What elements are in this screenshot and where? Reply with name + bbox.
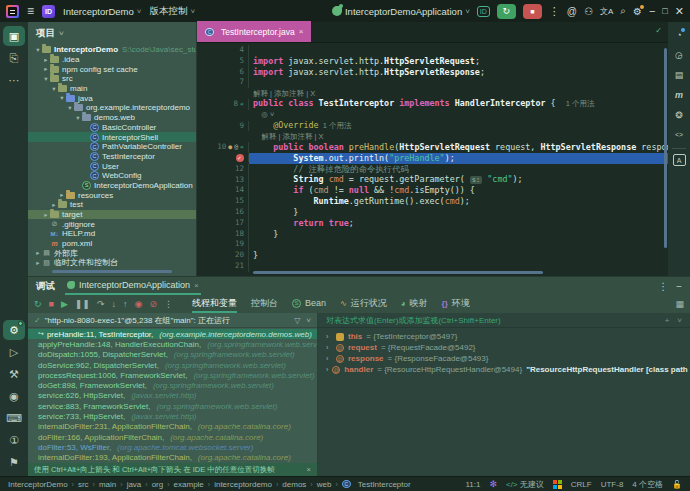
stack-frame[interactable]: internalDoFilter:193, ApplicationFilterC… xyxy=(28,453,317,463)
more-actions-icon[interactable]: ⋮ xyxy=(164,299,173,309)
code-line-12[interactable]: 12 // 注释掉危险的命令执行代码 xyxy=(197,164,668,175)
notifications-icon[interactable]: ◔ xyxy=(670,26,688,43)
tree-item-help-md[interactable]: M↓HELP.md xyxy=(28,229,196,239)
code-line-inlay[interactable]: 解释 | 添加注释 | X xyxy=(197,131,668,142)
chevron-down-icon[interactable]: ˅ xyxy=(306,316,311,325)
chevron-down-icon[interactable]: ˅ xyxy=(677,316,682,325)
variable-row[interactable]: ›@handler= {ResourceHttpRequestHandler@5… xyxy=(318,364,690,375)
rerun-button[interactable]: ↻ xyxy=(497,4,516,19)
debug-tab-环境[interactable]: {}环境 xyxy=(442,295,470,313)
implements-gutter-icon[interactable]: « xyxy=(240,99,244,110)
tree-chevron-icon[interactable]: ▾ xyxy=(66,104,74,112)
code-with-me-icon[interactable]: ⚇ xyxy=(584,6,593,17)
translate-panel-icon[interactable]: A xyxy=(673,154,686,166)
tree-item-resources[interactable]: ▸resources xyxy=(28,190,196,200)
tree-item-target[interactable]: ▸target xyxy=(28,210,196,220)
implements-gutter-icon[interactable]: « xyxy=(240,142,244,153)
rerun-icon[interactable]: ↻ xyxy=(34,299,42,309)
code-line-17[interactable]: 17 return true; xyxy=(197,218,668,229)
close-hint-icon[interactable]: × xyxy=(307,465,311,474)
stop-button[interactable]: ■ xyxy=(523,4,542,19)
endpoints-icon[interactable]: <> xyxy=(670,126,688,143)
code-line-16[interactable]: 16 } xyxy=(197,207,668,218)
tree-chevron-icon[interactable]: ▸ xyxy=(42,65,50,73)
step-into-icon[interactable]: ↓ xyxy=(112,299,117,309)
stop-icon[interactable]: ■ xyxy=(49,299,54,309)
vcs-widget[interactable]: 版本控制˅ xyxy=(149,5,195,18)
project-tool-icon[interactable]: ▣ xyxy=(3,26,25,46)
resume-icon[interactable]: ▶ xyxy=(61,299,68,309)
stack-frame[interactable]: service:883, FrameworkServlet,(org.sprin… xyxy=(28,401,317,411)
minimize-icon[interactable]: − xyxy=(649,5,655,17)
editor-horizontal-scrollbar[interactable] xyxy=(253,271,543,274)
stack-frame[interactable]: applyPreHandle:148, HandlerExecutionChai… xyxy=(28,339,317,349)
translate-icon[interactable]: 文A xyxy=(600,6,613,17)
stack-frame[interactable]: processRequest:1006, FrameworkServlet,(o… xyxy=(28,370,317,380)
tree-item-user[interactable]: CUser xyxy=(28,161,196,171)
encoding-indicator[interactable]: UTF-8 xyxy=(601,480,624,489)
project-widget[interactable]: InterceptorDemo˅ xyxy=(63,6,141,17)
project-badge[interactable]: ID xyxy=(42,5,55,18)
chevron-right-icon[interactable]: › xyxy=(326,355,332,362)
tree-chevron-icon[interactable]: ▸ xyxy=(34,259,42,267)
code-line-inlay[interactable]: ◎ ˅ xyxy=(197,110,668,121)
stack-frame[interactable]: internalDoFilter:231, ApplicationFilterC… xyxy=(28,422,317,432)
run-tool-icon[interactable]: ▷ xyxy=(3,342,25,362)
pause-icon[interactable]: ❚❚ xyxy=(75,299,90,309)
code-line-13[interactable]: 13 String cmd = request.getParameter( s:… xyxy=(197,175,668,186)
tree-chevron-icon[interactable]: ▸ xyxy=(58,191,66,199)
tree-item-interceptorshell[interactable]: CInterceptorShell xyxy=(28,132,196,142)
panel-options-icon[interactable]: ⋮ xyxy=(658,281,668,292)
windows-defender-icon[interactable] xyxy=(553,480,562,489)
stack-frame[interactable]: doFilter:53, WsFilter,(org.apache.tomcat… xyxy=(28,442,317,452)
tree-chevron-icon[interactable]: ▾ xyxy=(74,114,82,122)
code-line-7[interactable]: 7 xyxy=(197,77,668,88)
debug-mode-icon[interactable]: ID xyxy=(477,6,490,17)
tree-item-main[interactable]: ▾main xyxy=(28,84,196,94)
lock-icon[interactable]: 🔓 xyxy=(672,480,682,489)
code-line-19[interactable]: 19 xyxy=(197,239,668,250)
tree-chevron-icon[interactable]: ▾ xyxy=(34,46,42,54)
view-breakpoints-icon[interactable]: ◉ xyxy=(135,299,143,309)
step-out-icon[interactable]: ↑ xyxy=(123,299,128,309)
tree-chevron-icon[interactable]: ▾ xyxy=(42,75,50,83)
override-gutter-icon[interactable]: ● xyxy=(228,142,232,153)
code-line-8[interactable]: 8«public class TestInterceptor implement… xyxy=(197,99,668,110)
code-line-14[interactable]: 14 if (cmd != null && !cmd.isEmpty()) { xyxy=(197,185,668,196)
code-line-inlay[interactable]: 解释 | 添加注释 | X xyxy=(197,88,668,99)
tree-horizontal-scrollbar[interactable] xyxy=(52,270,172,273)
variable-row[interactable]: ›@response= {ResponseFacade@5493} xyxy=(318,353,690,364)
at-icon[interactable]: @ xyxy=(567,6,577,17)
tree-item-basiccontroller[interactable]: CBasicController xyxy=(28,123,196,133)
debug-tab-线程和变量[interactable]: 线程和变量 xyxy=(192,295,237,313)
tree-item-java[interactable]: ▾java xyxy=(28,93,196,103)
chevron-right-icon[interactable]: › xyxy=(326,366,328,373)
debug-tab-映射[interactable]: ◕映射 xyxy=(401,295,428,313)
tree-item-testinterceptor[interactable]: CTestInterceptor xyxy=(28,152,196,162)
add-watch-icon[interactable]: + xyxy=(665,316,670,325)
tree-item-interceptordemoapplication[interactable]: SInterceptorDemoApplication xyxy=(28,181,196,191)
close-tab-icon[interactable]: × xyxy=(299,27,304,36)
code-line-6[interactable]: 6import javax.servlet.http.HttpServletRe… xyxy=(197,67,668,78)
variable-row[interactable]: ›@request= {RequestFacade@5492} xyxy=(318,342,690,353)
commit-tool-icon[interactable]: ⎘ xyxy=(3,48,25,68)
tree-item-pathvariablecontroller[interactable]: CPathVariableController xyxy=(28,142,196,152)
annotation-gutter-icon[interactable]: @ xyxy=(234,142,238,153)
stack-frame[interactable]: doService:962, DispatcherServlet,(org.sp… xyxy=(28,360,317,370)
evaluate-expression-input[interactable]: 对表达式求值(Enter)或添加监视(Ctrl+Shift+Enter) + ˅ xyxy=(318,313,690,328)
debug-tab-运行状况[interactable]: ∿运行状况 xyxy=(340,295,387,313)
debug-tab-Bean[interactable]: SBean xyxy=(292,295,326,313)
code-line-9[interactable]: 9 @Override 1 个用法 xyxy=(197,121,668,132)
code-area[interactable]: 45import javax.servlet.http.HttpServletR… xyxy=(197,43,668,276)
chevron-right-icon[interactable]: › xyxy=(326,333,332,340)
code-line-20[interactable]: 20} xyxy=(197,250,668,261)
debug-session-tab[interactable]: InterceptorDemoApplication × xyxy=(65,277,201,295)
breakpoint-icon[interactable] xyxy=(236,154,244,162)
more-run-options-icon[interactable]: ⋮ xyxy=(549,5,560,18)
code-suggestion-status[interactable]: </> 无建议 xyxy=(506,479,544,490)
ai-assistant-icon[interactable]: ◶ xyxy=(670,46,688,63)
stack-frame[interactable]: service:733, HttpServlet,(javax.servlet.… xyxy=(28,411,317,421)
problems-tool-icon[interactable]: ① xyxy=(3,430,25,450)
tree-chevron-icon[interactable]: ▾ xyxy=(50,85,58,93)
tree-chevron-icon[interactable]: ▾ xyxy=(58,94,66,102)
